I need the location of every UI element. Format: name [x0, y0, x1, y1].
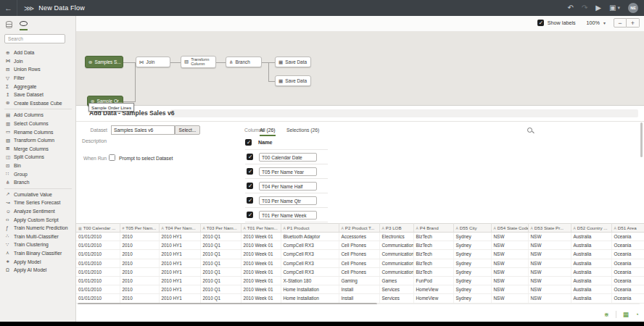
zoom-in-button[interactable]: +: [627, 18, 640, 28]
tab-steps[interactable]: [20, 21, 28, 30]
palette-item-apply-model[interactable]: ∗Apply Model: [0, 257, 76, 266]
column-checkbox[interactable]: [247, 154, 253, 160]
column-header-d51-area[interactable]: AD51 Area: [611, 224, 644, 233]
palette-item-analyze-sentiment[interactable]: ☺Analyze Sentiment: [0, 207, 76, 216]
table-row[interactable]: 01/01/201020102010 HY12010 Q12010 Week 0…: [76, 276, 644, 285]
zoom-level: 100%: [587, 20, 600, 26]
palette-item-cumulative-value[interactable]: ↗Cumulative Value: [0, 191, 76, 199]
vertical-scrollbar[interactable]: [640, 122, 643, 157]
cell: NSW: [491, 233, 528, 241]
table-row[interactable]: 01/01/201020102010 HY12010 Q12010 Week 0…: [76, 233, 644, 241]
cell: NSW: [528, 233, 571, 241]
redo-icon[interactable]: ↷: [582, 0, 587, 16]
palette-item-transform-column[interactable]: ▧Transform Column: [0, 136, 76, 145]
undo-icon[interactable]: ↶: [568, 0, 574, 16]
zoom-out-button[interactable]: −: [614, 18, 627, 28]
user-avatar[interactable]: NE: [628, 3, 638, 13]
palette-divider: [4, 188, 72, 189]
palette-item-train-numeric-prediction[interactable]: ƒTrain Numeric Prediction: [0, 224, 76, 233]
palette-item-rename-columns[interactable]: ▭Rename Columns: [0, 128, 76, 136]
column-header-t00-calendar[interactable]: ▦T00 Calendar ...: [76, 224, 120, 233]
column-name-input[interactable]: T04 Per Name Half: [259, 182, 317, 191]
prompt-dataset-checkbox[interactable]: [109, 154, 115, 161]
table-row[interactable]: 01/01/201020102010 HY12010 Q12010 Week 0…: [76, 267, 644, 276]
column-name-input[interactable]: T05 Per Name Year: [259, 167, 317, 176]
run-icon[interactable]: ▶: [595, 0, 601, 16]
palette-item-train-multi-classifier[interactable]: ∴Train Multi-Classifier: [0, 232, 76, 241]
transform-node-icon: ▧: [184, 59, 189, 64]
column-name-input[interactable]: T03 Per Name Qtr: [259, 196, 317, 205]
palette-item-union-rows[interactable]: ⊟Union Rows: [0, 65, 76, 74]
column-header-p3-lob[interactable]: AP3 LOB: [379, 224, 413, 233]
dataset-input[interactable]: Samples Sales v6: [111, 125, 175, 135]
palette-item-add-columns[interactable]: ▤Add Columns: [0, 111, 76, 120]
select-all-checkbox[interactable]: [245, 139, 252, 146]
column-checkbox[interactable]: [247, 212, 253, 218]
palette-item-bin[interactable]: ⊡Bin: [0, 162, 76, 170]
column-header-p1-product[interactable]: AP1 Product: [281, 224, 339, 233]
node-branch[interactable]: ⋔ Branch: [226, 57, 262, 67]
palette-item-create-essbase-cube[interactable]: ⊛Create Essbase Cube: [0, 99, 76, 108]
palette-item-filter[interactable]: ▽Filter: [0, 74, 76, 83]
flow-canvas[interactable]: ⊛ Samples S... ⋈ Join ▧ Transform Column…: [76, 31, 644, 105]
palette-item-group[interactable]: ∷Group: [0, 170, 76, 178]
tab-selections[interactable]: Selections (26): [286, 128, 319, 135]
column-header-d55-city[interactable]: AD55 City: [453, 224, 491, 233]
palette-item-branch[interactable]: ⋔Branch: [0, 178, 76, 187]
gauge-icon[interactable]: ◔: [635, 311, 639, 318]
save-menu-button[interactable]: ▣ ▾: [609, 0, 620, 16]
spark-icon[interactable]: ⋇: [604, 311, 609, 318]
grid-view-icon[interactable]: ▦: [623, 311, 629, 318]
column-header-t05-per-nam[interactable]: #T05 Per Nam...: [120, 224, 159, 233]
node-samples-sales[interactable]: ⊛ Samples S...: [85, 56, 123, 68]
column-checkbox[interactable]: [247, 183, 253, 189]
zoom-dropdown-icon[interactable]: ▾: [603, 20, 606, 25]
show-labels-checkbox[interactable]: [537, 20, 544, 26]
column-name-input[interactable]: T01 Per Name Week: [259, 211, 317, 220]
bottombar-icons: ⋇▦◔: [604, 311, 639, 318]
column-header-t03-per-nam[interactable]: AT03 Per Nam...: [200, 224, 241, 233]
palette-item-merge-columns[interactable]: ⊞Merge Columns: [0, 145, 76, 154]
column-header-p4-brand[interactable]: AP4 Brand: [413, 224, 453, 233]
palette-item-aggregate[interactable]: ΣAggregate: [0, 82, 76, 91]
back-button[interactable]: ←: [0, 0, 17, 16]
table-row[interactable]: 01/01/201020102010 HY12010 Q12010 Week 0…: [76, 250, 644, 259]
palette-item-train-clustering[interactable]: ∵Train Clustering: [0, 241, 76, 249]
node-transform-column[interactable]: ▧ Transform Column: [181, 56, 216, 68]
table-row[interactable]: 01/01/201020102010 HY12010 Q12010 Week 0…: [76, 285, 644, 294]
palette-item-train-binary-classifier[interactable]: ⋏Train Binary Classifier: [0, 249, 76, 258]
panel-drag-strip[interactable]: [170, 109, 638, 117]
search-icon[interactable]: [527, 128, 532, 133]
table-row[interactable]: 01/01/201020102010 HY12010 Q12010 Week 0…: [76, 241, 644, 250]
cell: 2010 Q1: [200, 294, 241, 303]
table-row[interactable]: 01/01/201020102010 HY12010 Q12010 Week 0…: [76, 259, 644, 267]
node-save-data-2[interactable]: ▦ Save Data: [275, 75, 311, 86]
column-header-t01-per-nam[interactable]: AT01 Per Nam...: [241, 224, 281, 233]
node-save-data-1[interactable]: ▦ Save Data: [275, 57, 311, 67]
table-row[interactable]: 01/01/201020102010 HY12010 Q12010 Week 0…: [76, 294, 644, 303]
column-checkbox[interactable]: [247, 197, 253, 204]
palette-item-apply-ai-model[interactable]: ΩApply AI Model: [0, 266, 76, 275]
column-checkbox[interactable]: [247, 168, 253, 175]
tab-data-sources[interactable]: [6, 21, 12, 30]
palette-item-add-data[interactable]: ⊕Add Data: [0, 49, 76, 57]
column-name-input[interactable]: T00 Calendar Date: [259, 153, 317, 162]
column-header-p2-product-t[interactable]: AP2 Product T...: [339, 224, 379, 233]
column-header-t04-per-nam[interactable]: AT04 Per Nam...: [159, 224, 200, 233]
transform-column-icon: ▧: [6, 138, 14, 143]
palette-item-join[interactable]: ⋈Join: [0, 57, 76, 66]
palette-item-time-series-forecast[interactable]: ↝Time Series Forecast: [0, 198, 76, 207]
search-input[interactable]: [4, 34, 65, 43]
palette-item-select-columns[interactable]: ▥Select Columns: [0, 120, 76, 128]
palette-item-apply-custom-script[interactable]: ‹›Apply Custom Script: [0, 215, 76, 224]
step-editor-panel: Add Data - Samples Sales v6 Dataset Samp…: [76, 105, 644, 223]
column-header-d53-state-pr[interactable]: AD53 State Pr...: [528, 224, 571, 233]
palette-item-split-columns[interactable]: ◫Split Columns: [0, 153, 76, 162]
column-header-d52-country[interactable]: AD52 Country ...: [571, 224, 611, 233]
select-dataset-button[interactable]: Select...: [175, 125, 200, 135]
column-header-d54-state-code[interactable]: AD54 State Code: [491, 224, 528, 233]
palette-item-save-dataset[interactable]: ↥Save Dataset: [0, 91, 76, 99]
cell: Sydney: [453, 294, 491, 303]
tab-all-columns[interactable]: All (26): [260, 128, 276, 136]
node-join[interactable]: ⋈ Join: [136, 57, 170, 67]
